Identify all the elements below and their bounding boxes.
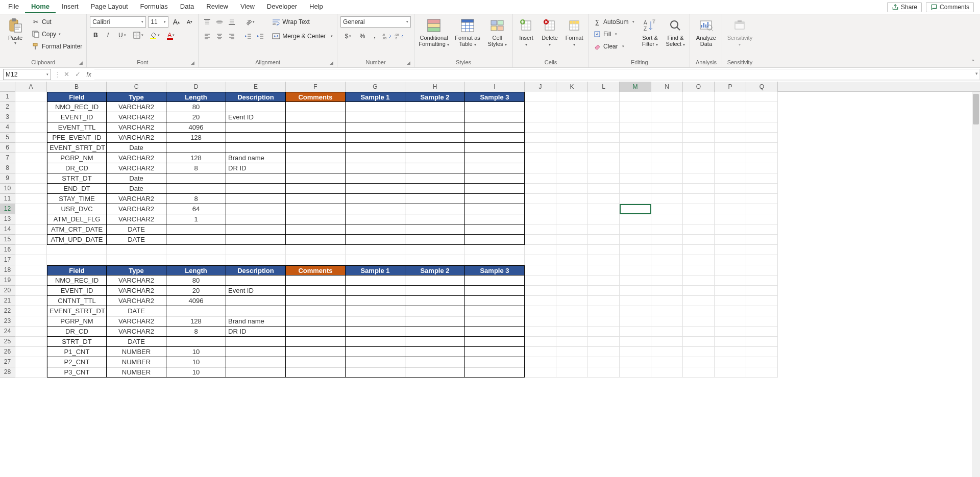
cell-E2[interactable]: [226, 102, 286, 112]
cell-P6[interactable]: [715, 143, 746, 153]
cell-P17[interactable]: [715, 255, 746, 265]
cell-C28[interactable]: NUMBER: [107, 367, 166, 378]
cell-L7[interactable]: [588, 153, 620, 163]
cell-L11[interactable]: [588, 194, 620, 204]
cell-N11[interactable]: [651, 194, 683, 204]
cell-A11[interactable]: [15, 194, 47, 204]
cell-B2[interactable]: NMO_REC_ID: [47, 102, 107, 112]
cell-K22[interactable]: [556, 306, 588, 316]
cell-K11[interactable]: [556, 194, 588, 204]
cell-M15[interactable]: [620, 235, 651, 245]
cell-O26[interactable]: [683, 347, 715, 357]
bold-button[interactable]: B: [90, 30, 101, 41]
cell-E11[interactable]: [226, 194, 286, 204]
cell-I13[interactable]: [465, 214, 525, 224]
column-header-P[interactable]: P: [715, 82, 746, 92]
cell-C3[interactable]: VARCHAR2: [107, 112, 166, 122]
cell-K17[interactable]: [556, 255, 588, 265]
cell-D20[interactable]: 20: [166, 286, 226, 296]
cell-M22[interactable]: [620, 306, 651, 316]
cell-P20[interactable]: [715, 286, 746, 296]
cell-H27[interactable]: [405, 357, 465, 367]
cell-B26[interactable]: P1_CNT: [47, 347, 107, 357]
cell-F26[interactable]: [286, 347, 346, 357]
cell-J23[interactable]: [525, 316, 556, 327]
cell-G11[interactable]: [346, 194, 405, 204]
cell-B18[interactable]: Field: [47, 265, 107, 275]
cell-D19[interactable]: 80: [166, 275, 226, 286]
cell-L20[interactable]: [588, 286, 620, 296]
cell-F7[interactable]: [286, 153, 346, 163]
cell-M25[interactable]: [620, 337, 651, 347]
cell-P23[interactable]: [715, 316, 746, 327]
cell-F15[interactable]: [286, 235, 346, 245]
cell-G20[interactable]: [346, 286, 405, 296]
cell-M16[interactable]: [620, 245, 651, 255]
cell-L23[interactable]: [588, 316, 620, 327]
cell-B7[interactable]: PGRP_NM: [47, 153, 107, 163]
cell-M21[interactable]: [620, 296, 651, 306]
cell-J3[interactable]: [525, 112, 556, 122]
underline-button[interactable]: U▾: [114, 30, 130, 41]
cell-Q2[interactable]: [746, 102, 778, 112]
cell-Q6[interactable]: [746, 143, 778, 153]
cell-D16[interactable]: [166, 245, 226, 255]
dialog-launcher-icon[interactable]: ◢: [330, 60, 336, 66]
cell-Q24[interactable]: [746, 327, 778, 337]
tab-home[interactable]: Home: [25, 1, 56, 13]
cell-C13[interactable]: VARCHAR2: [107, 214, 166, 224]
row-header-24[interactable]: 24: [0, 327, 15, 337]
cell-E15[interactable]: [226, 235, 286, 245]
cell-G19[interactable]: [346, 275, 405, 286]
cell-N9[interactable]: [651, 173, 683, 184]
cell-P4[interactable]: [715, 122, 746, 133]
cell-O7[interactable]: [683, 153, 715, 163]
cell-C14[interactable]: DATE: [107, 224, 166, 235]
cell-Q26[interactable]: [746, 347, 778, 357]
row-header-14[interactable]: 14: [0, 224, 15, 235]
row-header-13[interactable]: 13: [0, 214, 15, 224]
cell-L16[interactable]: [588, 245, 620, 255]
cell-E8[interactable]: DR ID: [226, 163, 286, 173]
cell-G25[interactable]: [346, 337, 405, 347]
cell-K23[interactable]: [556, 316, 588, 327]
row-header-6[interactable]: 6: [0, 143, 15, 153]
cell-J5[interactable]: [525, 133, 556, 143]
cell-P25[interactable]: [715, 337, 746, 347]
cell-H12[interactable]: [405, 204, 465, 214]
cell-N28[interactable]: [651, 367, 683, 378]
cell-A27[interactable]: [15, 357, 47, 367]
cell-H24[interactable]: [405, 327, 465, 337]
cell-K7[interactable]: [556, 153, 588, 163]
row-header-17[interactable]: 17: [0, 255, 15, 265]
cell-I21[interactable]: [465, 296, 525, 306]
cell-E13[interactable]: [226, 214, 286, 224]
format-as-table-button[interactable]: Format as Table ▾: [453, 16, 482, 53]
cell-M11[interactable]: [620, 194, 651, 204]
cell-E10[interactable]: [226, 184, 286, 194]
cell-L4[interactable]: [588, 122, 620, 133]
cell-B3[interactable]: EVENT_ID: [47, 112, 107, 122]
cell-M27[interactable]: [620, 357, 651, 367]
cell-F1[interactable]: Comments: [286, 92, 346, 102]
cell-A25[interactable]: [15, 337, 47, 347]
cell-E17[interactable]: [226, 255, 286, 265]
cell-H16[interactable]: [405, 245, 465, 255]
cell-J13[interactable]: [525, 214, 556, 224]
cell-N17[interactable]: [651, 255, 683, 265]
cell-C26[interactable]: NUMBER: [107, 347, 166, 357]
cell-styles-button[interactable]: Cell Styles ▾: [485, 16, 509, 53]
column-header-J[interactable]: J: [525, 82, 556, 92]
cell-M8[interactable]: [620, 163, 651, 173]
increase-decimal-button[interactable]: .0.00: [381, 31, 393, 42]
cell-G15[interactable]: [346, 235, 405, 245]
cell-D4[interactable]: 4096: [166, 122, 226, 133]
cell-E20[interactable]: Event ID: [226, 286, 286, 296]
cell-Q3[interactable]: [746, 112, 778, 122]
wrap-text-button[interactable]: abWrap Text: [271, 16, 334, 28]
cell-Q14[interactable]: [746, 224, 778, 235]
row-header-18[interactable]: 18: [0, 265, 15, 275]
cell-P16[interactable]: [715, 245, 746, 255]
cell-M19[interactable]: [620, 275, 651, 286]
cell-L13[interactable]: [588, 214, 620, 224]
